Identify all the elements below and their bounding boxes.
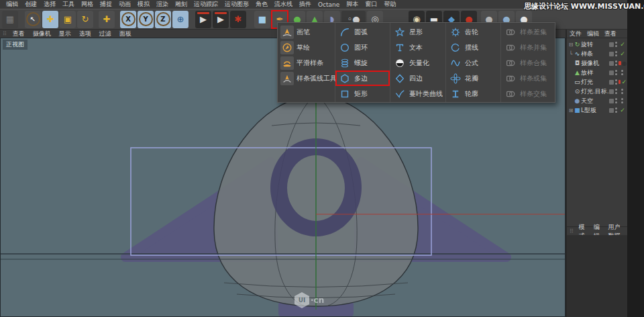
object-manager-menu-item[interactable]: 查看 bbox=[602, 30, 619, 38]
spline-menu-item[interactable]: 平滑样条 bbox=[278, 55, 335, 71]
object-row[interactable]: ⊟↻旋转✓ bbox=[567, 40, 627, 49]
viewport-menu-item[interactable]: 过滤 bbox=[95, 30, 115, 38]
visibility-dots[interactable] bbox=[615, 98, 617, 103]
menubar-item[interactable]: 模拟 bbox=[134, 0, 153, 9]
spline-menu-item[interactable]: 样条差集 bbox=[501, 24, 556, 40]
menubar-item[interactable]: 运动跟踪 bbox=[191, 0, 221, 9]
visibility-dots[interactable] bbox=[615, 89, 617, 94]
viewport-menu-item[interactable]: 查看 bbox=[9, 30, 29, 38]
visibility-dots[interactable] bbox=[615, 60, 617, 66]
object-row[interactable]: ▲放样 bbox=[567, 68, 627, 77]
spline-menu-item[interactable]: 摆线 bbox=[446, 40, 500, 55]
panel-grip-icon[interactable]: ⠿ bbox=[567, 228, 576, 234]
object-manager-menu-item[interactable]: 编辑 bbox=[584, 30, 602, 38]
menubar-item[interactable]: 捕捉 bbox=[97, 0, 115, 9]
enable-toggle[interactable] bbox=[619, 98, 627, 103]
spline-menu-item[interactable]: 花瓣 bbox=[446, 71, 500, 86]
viewport-menu-item[interactable]: 摄像机 bbox=[29, 30, 55, 38]
spline-menu-item[interactable]: 样条并集 bbox=[501, 40, 556, 55]
layer-swatch[interactable] bbox=[609, 52, 614, 56]
c4d-logo-icon[interactable]: ▦ bbox=[2, 11, 18, 28]
render-picture-viewer-icon[interactable]: ▶ bbox=[213, 11, 229, 28]
layer-swatch[interactable] bbox=[609, 42, 614, 47]
move-tool-icon[interactable]: ✚ bbox=[42, 11, 58, 28]
render-view-icon[interactable]: ▶ bbox=[195, 11, 211, 28]
scale-tool-icon[interactable]: ▣ bbox=[60, 11, 76, 28]
menubar-item[interactable]: 角色 bbox=[252, 0, 271, 9]
z-axis-lock-icon[interactable]: Z bbox=[155, 11, 171, 28]
spline-menu-item[interactable]: 多边 bbox=[335, 71, 390, 86]
menubar-item[interactable]: 脚本 bbox=[343, 0, 362, 9]
spline-menu-item[interactable]: 四边 bbox=[390, 71, 445, 86]
menubar-item[interactable]: 流水线 bbox=[271, 0, 296, 9]
object-row[interactable]: └∿样条✓ bbox=[567, 49, 627, 58]
menubar-item[interactable]: 渲染 bbox=[153, 0, 172, 9]
x-axis-lock-icon[interactable]: X bbox=[120, 11, 136, 28]
expander-icon[interactable]: └ bbox=[568, 51, 574, 57]
visibility-dots[interactable] bbox=[615, 70, 617, 75]
expander-icon[interactable]: ⊞ bbox=[568, 107, 574, 114]
object-manager-menu-item[interactable]: 文件 bbox=[567, 30, 584, 38]
viewport-menu-item[interactable]: 选项 bbox=[75, 30, 95, 38]
spline-menu-item[interactable]: 螺旋 bbox=[335, 55, 390, 71]
menubar-item[interactable]: 插件 bbox=[296, 0, 315, 9]
enable-toggle[interactable]: ✓ bbox=[619, 50, 627, 57]
layer-swatch[interactable] bbox=[609, 89, 614, 94]
layer-swatch[interactable] bbox=[609, 80, 614, 85]
primitive-cube-icon[interactable]: ■ bbox=[254, 11, 270, 28]
layer-swatch[interactable] bbox=[609, 71, 614, 75]
spline-menu-item[interactable]: 轮廓 bbox=[446, 86, 500, 101]
spline-menu-item[interactable]: 矩形 bbox=[335, 86, 390, 101]
layer-swatch[interactable] bbox=[609, 99, 614, 103]
enable-toggle[interactable] bbox=[619, 70, 627, 75]
enable-toggle[interactable]: ✓ bbox=[619, 107, 627, 114]
spline-menu-item[interactable]: 文本 bbox=[390, 40, 445, 55]
menubar-item[interactable]: 选择 bbox=[40, 0, 59, 9]
spline-menu-item[interactable]: 公式 bbox=[446, 55, 500, 71]
visibility-dots[interactable] bbox=[615, 107, 617, 113]
visibility-dots[interactable] bbox=[615, 79, 617, 85]
visibility-dots[interactable] bbox=[615, 51, 617, 56]
y-axis-lock-icon[interactable]: Y bbox=[138, 11, 154, 28]
menubar-item[interactable]: 窗口 bbox=[362, 0, 380, 9]
menubar-item[interactable]: 编辑 bbox=[3, 0, 21, 9]
menubar-item[interactable]: Octane bbox=[315, 1, 343, 8]
spline-menu-item[interactable]: 圆弧 bbox=[335, 24, 390, 40]
spline-menu-item[interactable]: 样条合集 bbox=[501, 55, 556, 71]
rotate-tool-icon[interactable]: ↻ bbox=[77, 11, 93, 28]
menubar-item[interactable]: 网格 bbox=[78, 0, 97, 9]
spline-menu-item[interactable]: 星形 bbox=[390, 24, 445, 40]
menubar-item[interactable]: 创建 bbox=[21, 0, 40, 9]
spline-menu-item[interactable]: 样条弧线工具 bbox=[278, 71, 335, 86]
layer-swatch[interactable] bbox=[609, 61, 614, 66]
object-row[interactable]: ●天空 bbox=[567, 96, 627, 105]
object-row[interactable]: ▭灯光✓ bbox=[567, 77, 627, 87]
viewport-menu-item[interactable]: 面板 bbox=[115, 30, 136, 38]
enable-toggle[interactable]: ◎ bbox=[619, 60, 627, 66]
coordinate-system-icon[interactable]: ⊕ bbox=[172, 11, 189, 28]
live-selection-icon[interactable]: ↖ bbox=[25, 11, 41, 28]
spline-menu-item[interactable]: 齿轮 bbox=[446, 24, 500, 40]
spline-menu-item[interactable]: 矢量化 bbox=[390, 55, 445, 71]
panel-grip-icon[interactable]: ⠿ bbox=[0, 31, 9, 37]
object-row[interactable]: ◘摄像机◎ bbox=[567, 58, 627, 68]
menubar-item[interactable]: 工具 bbox=[59, 0, 78, 9]
menubar-item[interactable]: 雕刻 bbox=[172, 0, 191, 9]
menubar-item[interactable]: 动画 bbox=[115, 0, 134, 9]
object-row[interactable]: ⊙灯光.目标.1 bbox=[567, 87, 627, 96]
spline-menu-item[interactable]: 蔓叶类曲线 bbox=[390, 86, 445, 101]
menubar-item[interactable]: 帮助 bbox=[380, 0, 399, 9]
spline-menu-item[interactable]: 草绘 bbox=[278, 40, 335, 55]
enable-toggle[interactable]: ✓ bbox=[619, 41, 627, 48]
object-row[interactable]: ⊞■L型板✓ bbox=[567, 105, 627, 115]
last-tool-icon[interactable]: ✚ bbox=[99, 11, 115, 28]
enable-toggle[interactable]: ✓ bbox=[619, 79, 627, 85]
spline-menu-item[interactable]: 样条交集 bbox=[501, 86, 556, 101]
viewport-menu-item[interactable]: 显示 bbox=[55, 30, 75, 38]
layer-swatch[interactable] bbox=[609, 108, 614, 113]
menubar-item[interactable]: 运动图形 bbox=[221, 0, 252, 9]
visibility-dots[interactable] bbox=[615, 42, 617, 47]
enable-toggle[interactable] bbox=[619, 89, 627, 94]
render-settings-icon[interactable]: ✱ bbox=[230, 11, 246, 28]
spline-menu-item[interactable]: 样条或集 bbox=[501, 71, 556, 86]
